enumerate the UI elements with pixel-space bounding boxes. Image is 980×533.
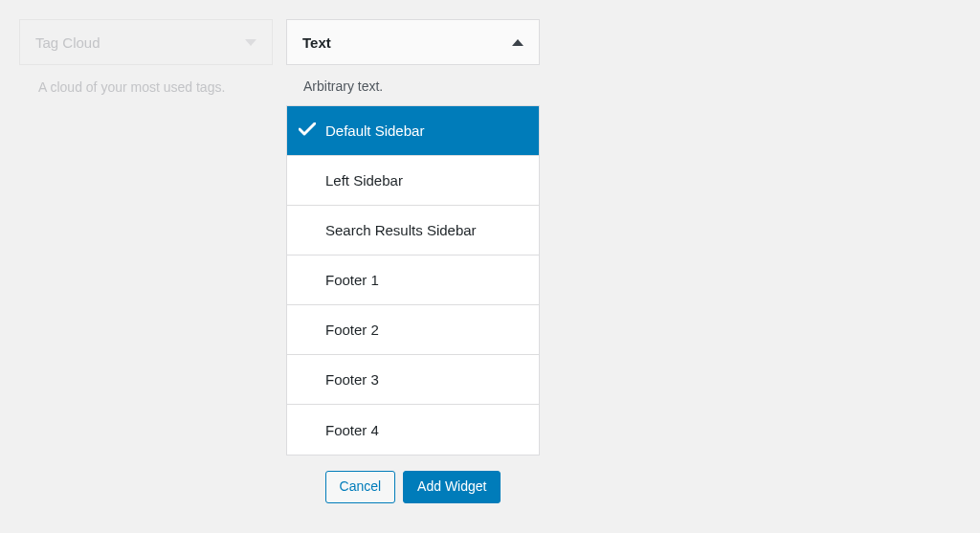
area-label: Search Results Sidebar <box>325 222 477 238</box>
widget-tag-cloud[interactable]: Tag Cloud <box>19 19 273 65</box>
action-buttons: Cancel Add Widget <box>286 471 540 503</box>
chevron-up-icon <box>512 39 523 46</box>
widget-description: A cloud of your most used tags. <box>19 65 273 98</box>
area-label: Left Sidebar <box>325 172 403 189</box>
area-option-left-sidebar[interactable]: Left Sidebar <box>287 156 539 206</box>
check-icon <box>299 122 316 139</box>
area-label: Footer 3 <box>325 371 379 388</box>
widget-text[interactable]: Text <box>286 19 540 65</box>
widget-title: Tag Cloud <box>35 34 100 51</box>
widget-description: Arbitrary text. <box>286 65 540 105</box>
area-label: Default Sidebar <box>325 122 424 139</box>
sidebar-area-list: Default Sidebar Left Sidebar Search Resu… <box>286 105 540 455</box>
area-option-default-sidebar[interactable]: Default Sidebar <box>287 106 539 156</box>
area-label: Footer 2 <box>325 322 379 338</box>
add-widget-button[interactable]: Add Widget <box>403 471 501 503</box>
cancel-button[interactable]: Cancel <box>325 471 396 503</box>
area-option-footer-4[interactable]: Footer 4 <box>287 405 539 455</box>
area-option-footer-3[interactable]: Footer 3 <box>287 355 539 405</box>
widget-title: Text <box>302 34 331 51</box>
area-label: Footer 4 <box>325 422 379 438</box>
area-option-footer-1[interactable]: Footer 1 <box>287 255 539 305</box>
area-option-footer-2[interactable]: Footer 2 <box>287 305 539 355</box>
area-label: Footer 1 <box>325 272 379 288</box>
area-option-search-results-sidebar[interactable]: Search Results Sidebar <box>287 206 539 255</box>
chevron-down-icon <box>245 39 256 46</box>
